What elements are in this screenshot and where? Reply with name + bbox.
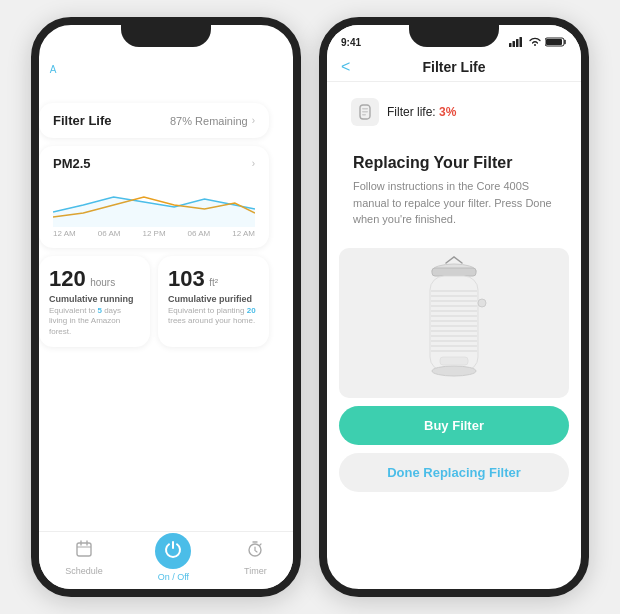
nav-timer[interactable]: Timer xyxy=(244,540,267,576)
action-buttons: Buy Filter Done Replacing Filter xyxy=(339,406,569,492)
done-replacing-button[interactable]: Done Replacing Filter xyxy=(339,453,569,492)
filter-life-label: Filter life: 3% xyxy=(387,105,456,119)
left-phone: A 1 2 3 4 Sleep Filter Life xyxy=(31,17,301,597)
filter-life-row: Filter Life 87% Remaining › xyxy=(53,113,255,128)
stat-ft2: 103 ft² Cumulative purified Equivalent t… xyxy=(158,256,269,347)
stat-ft2-unit: ft² xyxy=(209,277,218,288)
on-off-circle xyxy=(155,533,191,569)
svg-rect-35 xyxy=(440,357,468,365)
timer-icon xyxy=(246,540,264,563)
pm25-card[interactable]: PM2.5 › 12 AM 06 AM 12 PM 06 AM 12 AM xyxy=(39,146,269,248)
nav-schedule[interactable]: Schedule xyxy=(65,540,103,576)
svg-point-33 xyxy=(478,299,486,307)
purifier-image xyxy=(339,248,569,398)
nav-onoff-label: On / Off xyxy=(158,572,189,582)
buy-filter-button[interactable]: Buy Filter xyxy=(339,406,569,445)
svg-rect-16 xyxy=(362,114,366,116)
nav-schedule-label: Schedule xyxy=(65,566,103,576)
stat-ft2-number: 103 xyxy=(168,266,205,291)
filter-life-chevron: › xyxy=(252,115,255,126)
mode-4[interactable]: 4 xyxy=(175,55,203,83)
signal-icon xyxy=(509,37,525,47)
purifier-svg xyxy=(404,253,504,393)
stat-hours-unit: hours xyxy=(90,277,115,288)
stat-hours-number: 120 xyxy=(49,266,86,291)
mode-auto[interactable]: A xyxy=(39,55,67,83)
schedule-icon xyxy=(75,540,93,563)
svg-rect-9 xyxy=(516,39,519,47)
svg-rect-0 xyxy=(77,543,91,556)
stat-hours: 120 hours Cumulative running Equivalent … xyxy=(39,256,150,347)
stat-hours-label: Cumulative running xyxy=(49,294,140,304)
battery-icon xyxy=(545,37,567,47)
filter-life-title: Filter Life xyxy=(53,113,112,128)
stat-ft2-desc: Equivalent to planting 20 trees around y… xyxy=(168,306,259,327)
right-notch xyxy=(409,25,499,47)
nav-timer-label: Timer xyxy=(244,566,267,576)
wifi-icon xyxy=(529,37,541,47)
mode-2[interactable]: 2 xyxy=(107,55,135,83)
svg-rect-7 xyxy=(509,43,512,47)
pm-chart xyxy=(53,177,255,227)
filter-info-bar: Filter life: 3% xyxy=(339,90,569,134)
status-icons xyxy=(509,37,567,47)
nav-on-off[interactable]: On / Off xyxy=(155,533,191,582)
mode-sleep[interactable]: Sleep xyxy=(209,55,253,83)
notch xyxy=(121,25,211,47)
svg-rect-10 xyxy=(520,37,523,47)
chart-svg xyxy=(53,177,255,227)
pm-title: PM2.5 xyxy=(53,156,91,171)
svg-point-34 xyxy=(432,366,476,376)
header-title: Filter Life xyxy=(341,59,567,75)
time: 9:41 xyxy=(341,37,361,48)
svg-rect-8 xyxy=(513,41,516,47)
left-screen: A 1 2 3 4 Sleep Filter Life xyxy=(39,55,293,347)
svg-rect-15 xyxy=(362,111,368,113)
page-dot xyxy=(39,91,45,97)
mode-3[interactable]: 3 xyxy=(141,55,169,83)
pm-row: PM2.5 › xyxy=(53,156,255,171)
replacing-title: Replacing Your Filter xyxy=(353,154,555,172)
stat-hours-desc: Equivalent to 5 days living in the Amazo… xyxy=(49,306,140,337)
replacing-section: Replacing Your Filter Follow instruction… xyxy=(339,142,569,240)
mode-1[interactable]: 1 xyxy=(73,55,101,83)
back-button[interactable]: < xyxy=(341,58,350,76)
right-screen: 9:41 < Filter Life Filter life: 3% Repla… xyxy=(327,25,581,492)
bottom-nav: Schedule On / Off Timer xyxy=(39,531,293,589)
filter-life-card[interactable]: Filter Life 87% Remaining › xyxy=(39,103,269,138)
svg-rect-12 xyxy=(546,39,562,45)
replacing-desc: Follow instructions in the Core 400S man… xyxy=(353,178,555,228)
right-phone: 9:41 < Filter Life Filter life: 3% Repla… xyxy=(319,17,589,597)
power-icon xyxy=(164,540,182,562)
stats-row: 120 hours Cumulative running Equivalent … xyxy=(39,256,269,347)
mode-selector: A 1 2 3 4 Sleep xyxy=(39,55,293,83)
filter-icon xyxy=(351,98,379,126)
svg-line-6 xyxy=(260,544,262,546)
nav-header: < Filter Life xyxy=(327,53,581,82)
svg-rect-14 xyxy=(362,108,368,110)
filter-life-value: 87% Remaining xyxy=(170,115,248,127)
svg-rect-18 xyxy=(432,268,476,276)
filter-life-percent: 3% xyxy=(439,105,456,119)
chart-labels: 12 AM 06 AM 12 PM 06 AM 12 AM xyxy=(53,229,255,238)
stat-ft2-label: Cumulative purified xyxy=(168,294,259,304)
pm-chevron: › xyxy=(252,158,255,169)
